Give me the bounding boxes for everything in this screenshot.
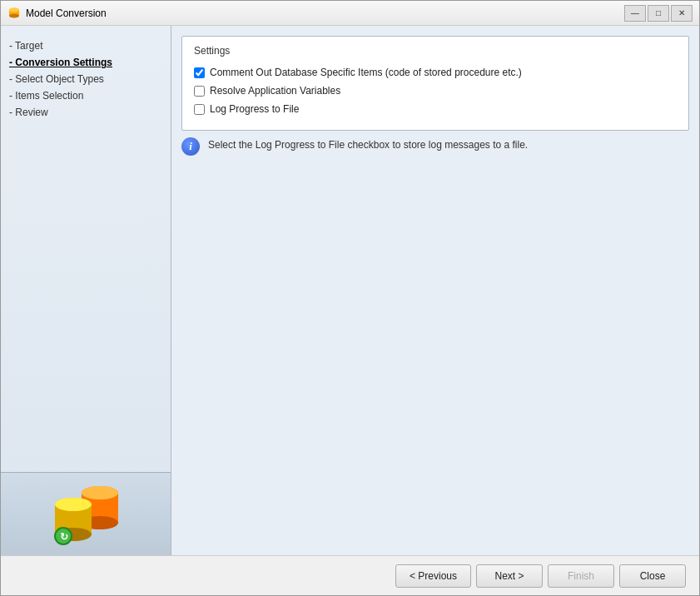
checkbox-log-progress[interactable] [194,104,205,115]
checkbox-label-comment-out: Comment Out Database Specific Items (cod… [210,67,522,78]
info-row: i Select the Log Progress to File checkb… [181,131,689,162]
previous-button[interactable]: < Previous [395,564,471,588]
checkbox-row-comment-out: Comment Out Database Specific Items (cod… [194,63,677,82]
next-button[interactable]: Next > [476,564,543,588]
checkbox-resolve-variables[interactable] [194,86,205,97]
sidebar: - Target - Conversion Settings - Select … [1,26,171,555]
close-window-button[interactable]: ✕ [671,5,693,22]
checkbox-label-resolve-variables: Resolve Application Variables [210,85,340,97]
sidebar-nav: - Target - Conversion Settings - Select … [1,34,171,472]
sidebar-item-items-selection[interactable]: - Items Selection [1,87,171,104]
sidebar-item-conversion-settings[interactable]: - Conversion Settings [1,54,171,71]
info-message: Select the Log Progress to File checkbox… [208,137,528,152]
title-bar: Model Conversion — □ ✕ [1,1,699,26]
settings-panel: Settings Comment Out Database Specific I… [181,36,689,131]
checkbox-row-log-progress: Log Progress to File [194,100,677,118]
checkbox-comment-out[interactable] [194,67,205,78]
close-button[interactable]: Close [619,564,686,588]
sidebar-item-target[interactable]: - Target [1,37,171,54]
footer: < Previous Next > Finish Close [1,555,699,595]
window-title: Model Conversion [26,7,624,19]
minimize-button[interactable]: — [624,5,646,22]
maximize-button[interactable]: □ [648,5,669,22]
finish-button[interactable]: Finish [548,564,614,588]
sidebar-item-select-object-types[interactable]: - Select Object Types [1,71,171,87]
svg-point-2 [9,13,19,17]
settings-section-title: Settings [194,45,677,57]
main-window: Model Conversion — □ ✕ - Target - Conver… [0,0,700,596]
svg-text:↻: ↻ [60,531,68,543]
sidebar-item-review[interactable]: - Review [1,104,171,121]
main-content: - Target - Conversion Settings - Select … [1,26,699,555]
info-icon: i [181,137,200,156]
window-controls: — □ ✕ [624,5,693,22]
app-icon [7,7,21,20]
checkbox-row-resolve-variables: Resolve Application Variables [194,82,677,100]
checkbox-label-log-progress: Log Progress to File [210,103,299,115]
sidebar-illustration: ↻ [1,472,171,555]
svg-point-7 [82,486,118,499]
content-area: Settings Comment Out Database Specific I… [171,26,699,555]
svg-point-3 [9,7,19,12]
svg-point-11 [55,498,92,511]
